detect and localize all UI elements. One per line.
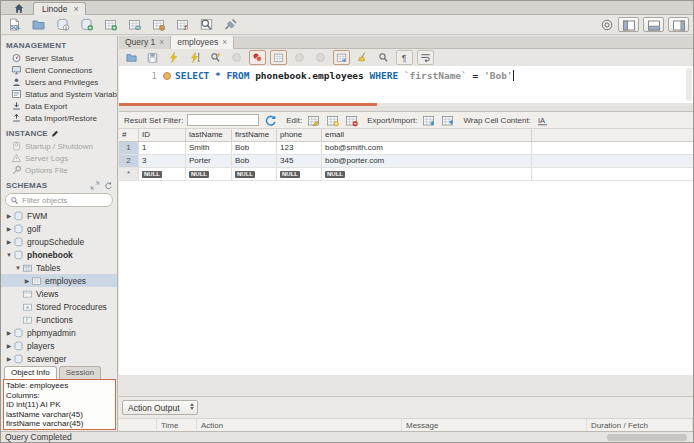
new-row-placeholder[interactable]: *NULLNULLNULLNULLNULL [119,168,693,181]
schemas-refresh-icon[interactable] [103,181,113,190]
schemas-expand-icon[interactable] [90,181,100,190]
toggle-bottom-panel-button[interactable] [643,17,664,32]
refresh-icon[interactable] [263,114,278,127]
column-header-lastName[interactable]: lastName [186,129,232,141]
editor-tab-employees[interactable]: employees× [171,36,234,49]
sidebar-item-data-import-restore[interactable]: Data Import/Restore [1,112,117,124]
explain-icon[interactable] [207,50,224,65]
tree-collapsed-arrow-icon[interactable]: ▶ [5,342,13,349]
tree-expanded-arrow-icon[interactable]: ▼ [14,265,22,271]
tree-item-phpmyadmin[interactable]: ▶phpmyadmin [1,326,117,339]
tree-collapsed-arrow-icon[interactable]: ▶ [5,355,13,362]
invisibles-icon[interactable]: ¶ [396,50,413,65]
column-header-num[interactable]: # [119,129,139,141]
column-header-ID[interactable]: ID [139,129,186,141]
toggle-stop-on-error-icon[interactable] [249,50,266,65]
grid-cell[interactable]: Bob [232,142,277,154]
table-row[interactable]: 11SmithBob123bob@smith.com [119,142,693,155]
grid-cell[interactable]: bob@porter.com [322,155,532,167]
edit-record-icon[interactable] [306,114,321,127]
close-connection-tab-icon[interactable]: × [74,4,79,14]
open-script-icon[interactable] [123,50,140,65]
tab-object-info[interactable]: Object Info [4,366,57,379]
close-editor-tab-icon[interactable]: × [159,37,164,47]
grid-cell[interactable]: 345 [277,155,322,167]
grid-cell[interactable]: bob@smith.com [322,142,532,154]
grid-cell[interactable]: NULL [232,168,277,180]
limit-rows-icon[interactable] [270,50,287,65]
column-header-email[interactable]: email [322,129,532,141]
tree-item-golf[interactable]: ▶golf [1,222,117,235]
output-column-duration-fetch[interactable]: Duration / Fetch [587,419,693,431]
editor-tab-query-1[interactable]: Query 1× [119,36,171,49]
grid-cell[interactable]: 3 [139,155,186,167]
toggle-right-panel-button[interactable] [668,17,689,32]
delete-record-icon[interactable] [344,114,359,127]
create-view-button[interactable] [126,17,143,32]
stop-icon[interactable] [228,50,245,65]
connection-tab[interactable]: Linode× [33,2,86,15]
beautify-icon[interactable] [354,50,371,65]
search-data-button[interactable] [198,17,215,32]
sidebar-item-server-status[interactable]: Server Status [1,52,117,64]
sidebar-item-client-connections[interactable]: Client Connections [1,64,117,76]
tree-item-players[interactable]: ▶players [1,339,117,352]
tree-item-employees[interactable]: ▶employees [1,274,117,287]
rollback-icon[interactable] [312,50,329,65]
tree-item-groupschedule[interactable]: ▶groupSchedule [1,235,117,248]
create-schema-button[interactable] [78,17,95,32]
commit-icon[interactable] [291,50,308,65]
execute-current-icon[interactable] [186,50,203,65]
tree-collapsed-arrow-icon[interactable]: ▶ [5,238,13,245]
instance-edit-icon[interactable] [51,129,60,138]
grid-cell[interactable]: NULL [277,168,322,180]
inspector-button[interactable]: i [54,17,71,32]
insert-record-icon[interactable] [325,114,340,127]
column-header-phone[interactable]: phone [277,129,322,141]
save-script-icon[interactable] [144,50,161,65]
grid-cell[interactable]: NULL [322,168,532,180]
sidebar-item-status-and-system-variables[interactable]: Status and System Variables [1,88,117,100]
create-table-button[interactable] [102,17,119,32]
action-output-selector[interactable]: Action Output [122,400,198,415]
import-records-icon[interactable] [440,114,455,127]
schema-filter-input[interactable] [22,196,107,205]
tree-collapsed-arrow-icon[interactable]: ▶ [5,225,13,232]
editor-vertical-scrollbar[interactable] [686,68,692,101]
output-column-icon[interactable] [119,419,157,431]
tree-item-scavenger[interactable]: ▶scavenger [1,352,117,365]
tree-item-functions[interactable]: fFunctions [1,313,117,326]
wrap-text-icon[interactable] [417,50,434,65]
open-script-file-button[interactable] [30,17,47,32]
tree-collapsed-arrow-icon[interactable]: ▶ [23,277,31,284]
grid-cell[interactable]: NULL [186,168,232,180]
tab-session[interactable]: Session [59,366,101,379]
result-set-filter-input[interactable] [187,114,259,126]
horizontal-scrollbar-thumb[interactable] [607,434,687,441]
execute-icon[interactable] [165,50,182,65]
grid-cell[interactable]: NULL [139,168,186,180]
grid-cell[interactable]: Smith [186,142,232,154]
tree-item-tables[interactable]: ▼Tables [1,261,117,274]
tree-collapsed-arrow-icon[interactable]: ▶ [5,329,13,336]
sidebar-item-users-and-privileges[interactable]: Users and Privileges [1,76,117,88]
output-column-message[interactable]: Message [402,419,587,431]
create-function-button[interactable]: f [174,17,191,32]
tree-expanded-arrow-icon[interactable]: ▼ [5,252,13,258]
tree-item-stored-procedures[interactable]: Stored Procedures [1,300,117,313]
toggle-autocommit-icon[interactable] [333,50,350,65]
find-icon[interactable] [375,50,392,65]
wrap-cell-icon[interactable]: IA [535,114,550,127]
new-query-tab-button[interactable]: SQL [6,17,23,32]
grid-cell[interactable]: Porter [186,155,232,167]
table-row[interactable]: 23PorterBob345bob@porter.com [119,155,693,168]
tree-item-phonebook[interactable]: ▼phonebook [1,248,117,261]
sql-code-editor[interactable]: 1 SELECT * FROM phonebook.employees WHER… [119,66,693,103]
tree-item-views[interactable]: Views [1,287,117,300]
toggle-left-panel-button[interactable] [618,17,639,32]
grid-cell[interactable]: 123 [277,142,322,154]
grid-cell[interactable]: Bob [232,155,277,167]
tree-collapsed-arrow-icon[interactable]: ▶ [5,212,13,219]
notification-icon[interactable] [600,18,614,32]
create-procedure-button[interactable] [150,17,167,32]
